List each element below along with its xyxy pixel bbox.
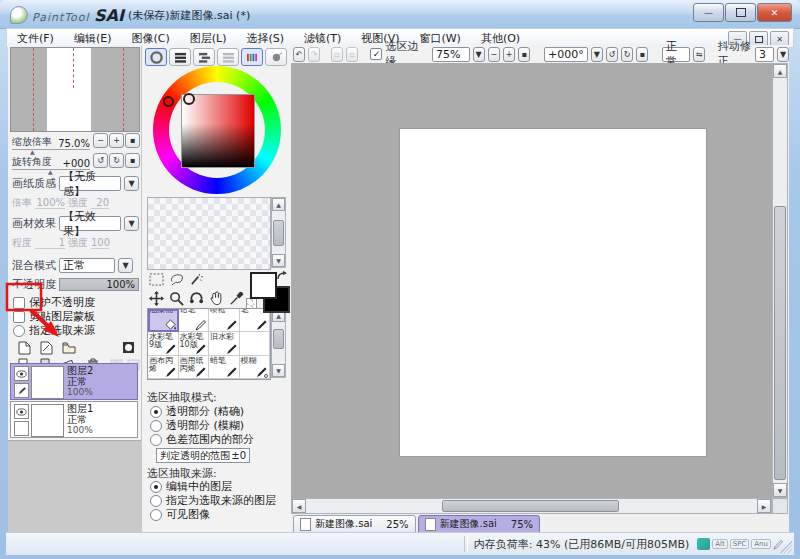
canvas-viewport[interactable] xyxy=(291,63,772,498)
brush-tray-scrollbar[interactable]: ▲ ▼ xyxy=(271,308,286,378)
brush-old-watercolor[interactable]: 旧水彩 xyxy=(209,332,240,355)
view-angle-select[interactable]: +000° xyxy=(544,47,588,62)
lasso-tool[interactable] xyxy=(168,271,185,288)
zoom-tool[interactable] xyxy=(168,290,185,307)
rect-select-tool[interactable] xyxy=(148,271,165,288)
rotate-ccw-button[interactable]: ↺ xyxy=(93,153,108,168)
brush-scroll-down[interactable]: ▼ xyxy=(272,364,285,377)
layer1-thumbnail[interactable] xyxy=(31,404,64,437)
brush-scroll-thumb[interactable] xyxy=(273,329,284,349)
swap-colors-icon[interactable] xyxy=(276,270,288,282)
document-tab-1[interactable]: 新建图像.sai 25% xyxy=(293,515,416,533)
layer-row-1[interactable]: 图层1 正常 100% xyxy=(10,401,138,438)
scratchpad-area[interactable] xyxy=(147,197,271,270)
magic-wand-tool[interactable] xyxy=(188,271,205,288)
navigator-zoom-slider[interactable]: 缩放倍率 75.0% ▲ xyxy=(12,133,90,150)
view-rotate-cw-button[interactable]: ↻ xyxy=(621,47,633,62)
view-zoom-out-button[interactable]: − xyxy=(488,47,500,62)
scratchpad-scroll-up[interactable]: ▲ xyxy=(272,198,285,211)
view-rotate-ccw-button[interactable]: ↺ xyxy=(606,47,618,62)
stabilizer-select[interactable]: 3 xyxy=(755,47,774,62)
brush-bucket[interactable]: 油漆桶 xyxy=(148,309,179,332)
close-button[interactable]: ✕ xyxy=(757,3,792,22)
layer-row-2[interactable]: 图层2 正常 100% xyxy=(10,363,138,400)
zoom-reset-button[interactable]: ▪ xyxy=(125,133,140,148)
layer2-visibility-toggle[interactable] xyxy=(14,366,29,381)
new-vector-layer-button[interactable] xyxy=(39,340,54,355)
menu-layer[interactable]: 图层(L) xyxy=(180,30,237,47)
foreground-color-swatch[interactable] xyxy=(250,272,277,299)
minimize-button[interactable]: — xyxy=(693,3,724,22)
color-mixer-tab[interactable] xyxy=(217,48,239,66)
navigator-rotate-slider[interactable]: 旋转角度 +000 ▲ xyxy=(12,153,90,170)
rotate-reset-button[interactable]: ▪ xyxy=(125,153,140,168)
menu-edit[interactable]: 编辑(E) xyxy=(64,30,122,47)
view-rotate-reset-button[interactable]: ▪ xyxy=(636,47,648,62)
view-zoom-in-button[interactable]: + xyxy=(503,47,515,62)
source-designated-layer-radio[interactable] xyxy=(150,495,162,507)
view-zoom-select[interactable]: 75% xyxy=(432,47,470,62)
material-effect-dropdown-button[interactable]: ▼ xyxy=(124,216,139,231)
scratchpad-scrollbar[interactable]: ▲ ▼ xyxy=(271,197,286,268)
paper-texture-select[interactable]: 【无质感】 xyxy=(59,176,121,191)
rotate-view-tool[interactable] xyxy=(188,290,205,307)
canvas-scroll-left[interactable]: ◀ xyxy=(292,499,306,513)
navigator-preview[interactable] xyxy=(10,47,140,132)
selection-source-checkbox[interactable] xyxy=(13,325,25,337)
view-zoom-dropdown-button[interactable]: ▼ xyxy=(473,47,485,62)
canvas-scroll-right[interactable]: ▶ xyxy=(757,499,771,513)
swatches-tab[interactable] xyxy=(241,48,263,66)
transparency-range-input[interactable]: 判定透明的范围 ±0 xyxy=(156,448,250,463)
canvas-scroll-down[interactable]: ▼ xyxy=(773,483,787,497)
saturation-value-square[interactable] xyxy=(181,94,255,168)
zoom-out-button[interactable]: − xyxy=(93,133,108,148)
resize-grip[interactable] xyxy=(780,541,792,553)
new-layer-button[interactable] xyxy=(17,340,32,355)
rgb-sliders-tab[interactable] xyxy=(169,48,191,66)
sv-marker[interactable] xyxy=(183,93,195,105)
color-wheel-tab[interactable] xyxy=(145,48,167,66)
hue-marker[interactable] xyxy=(163,96,174,107)
opacity-slider[interactable]: 100% xyxy=(59,278,139,291)
scratchpad-scroll-down[interactable]: ▼ xyxy=(272,254,285,267)
brush-empty-slot[interactable] xyxy=(240,332,271,355)
clipping-mask-checkbox[interactable] xyxy=(13,311,25,323)
move-tool[interactable] xyxy=(148,290,165,307)
zoom-in-button[interactable]: + xyxy=(109,133,124,148)
source-editing-layer-radio[interactable] xyxy=(150,481,162,493)
layer1-visibility-toggle[interactable] xyxy=(14,404,29,419)
scratchpad-tab[interactable] xyxy=(265,48,287,66)
redo-button[interactable]: ↷ xyxy=(308,47,320,62)
layer-effect-button[interactable] xyxy=(121,340,136,355)
paper-texture-dropdown-button[interactable]: ▼ xyxy=(124,176,139,191)
source-visible-image-radio[interactable] xyxy=(150,509,162,521)
view-zoom-reset-button[interactable]: ▪ xyxy=(518,47,530,62)
brush-paper-acrylic[interactable]: 画用纸丙烯 xyxy=(179,356,210,379)
hand-tool[interactable] xyxy=(208,290,225,307)
brush-crayon[interactable]: 蜡笔 xyxy=(209,356,240,379)
brush-watercolor10[interactable]: 水彩笔10版 xyxy=(179,332,210,355)
brush-airbrush[interactable]: 喷枪 xyxy=(209,309,240,332)
canvas-horizontal-scrollbar[interactable]: ◀ ▶ xyxy=(291,498,772,514)
flip-mode-button[interactable]: 正常 xyxy=(662,47,690,62)
material-effect-select[interactable]: 【无效果】 xyxy=(59,216,121,231)
rotate-cw-button[interactable]: ↻ xyxy=(109,153,124,168)
canvas-scroll-up[interactable]: ▲ xyxy=(773,64,787,78)
mode-color-range-radio[interactable] xyxy=(150,434,162,446)
flip-horizontal-button[interactable]: ⇋ xyxy=(693,47,705,62)
canvas-document[interactable] xyxy=(400,129,706,456)
brush-watercolor9[interactable]: 水彩笔9版 xyxy=(148,332,179,355)
rotate-slider-handle[interactable]: ▲ xyxy=(48,168,53,175)
undo-button[interactable]: ↶ xyxy=(293,47,305,62)
scratchpad-scroll-thumb[interactable] xyxy=(273,220,284,246)
menu-filter[interactable]: 滤镜(T) xyxy=(294,30,351,47)
document-tab-2[interactable]: 新建图像.sai 75% xyxy=(418,515,541,533)
deselect-button[interactable]: ▫ xyxy=(331,47,343,62)
selection-edge-checkbox[interactable]: ✓ xyxy=(370,48,382,60)
brush-canvas-acrylic[interactable]: 画布丙烯 xyxy=(148,356,179,379)
brush-blur[interactable]: 模糊 xyxy=(240,356,271,379)
new-layer-set-button[interactable] xyxy=(61,340,76,355)
canvas-vertical-scrollbar[interactable]: ▲ ▼ xyxy=(772,63,788,498)
preserve-opacity-checkbox[interactable] xyxy=(13,297,25,309)
menu-file[interactable]: 文件(F) xyxy=(7,30,64,47)
